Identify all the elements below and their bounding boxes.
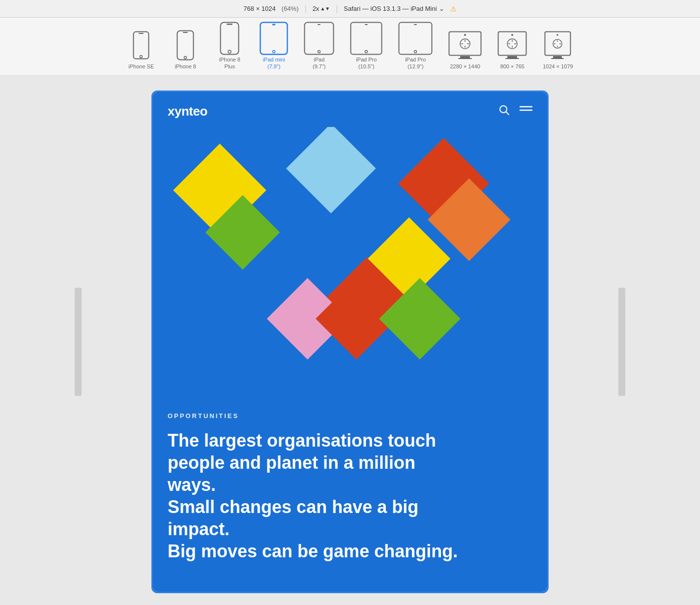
svg-rect-14 (318, 24, 321, 25)
iphone-8-icon (176, 30, 194, 60)
iphone-8-plus-icon (220, 24, 239, 53)
svg-rect-12 (305, 23, 334, 55)
viewport-percent: (64%) (282, 5, 299, 12)
svg-rect-9 (261, 23, 288, 55)
svg-rect-18 (399, 23, 432, 55)
svg-rect-3 (177, 31, 194, 60)
res-800-icon (497, 30, 527, 60)
svg-rect-0 (134, 32, 149, 59)
main-preview-area: xynteo (0, 76, 700, 605)
svg-rect-38 (505, 58, 519, 59)
ipad-border: xynteo (151, 91, 549, 593)
svg-rect-54 (286, 127, 376, 213)
svg-line-49 (506, 112, 509, 115)
svg-point-22 (464, 34, 466, 36)
svg-rect-6 (221, 23, 239, 55)
toolbar-divider2: | (336, 4, 338, 13)
res-800-label: 800 × 765 (500, 63, 525, 70)
heading-line2: people and planet in a million ways. (168, 453, 415, 495)
device-item-iphone-8-plus[interactable]: iPhone 8Plus (207, 24, 252, 70)
ipad-pro-12-icon (398, 24, 433, 53)
heading-line4: Big moves can be game changing. (168, 541, 458, 561)
svg-rect-1 (139, 33, 144, 34)
device-item-iphone-8[interactable]: iPhone 8 (163, 30, 207, 70)
device-item-ipad-mini[interactable]: iPad mini(7.9") (252, 24, 296, 70)
search-icon[interactable] (499, 105, 510, 118)
device-item-ipad[interactable]: iPad(9.7") (296, 24, 342, 70)
svg-rect-37 (507, 56, 517, 58)
zoom-arrows[interactable]: ▲▼ (320, 6, 330, 11)
scroll-handle-right[interactable] (618, 288, 625, 396)
svg-point-5 (184, 57, 187, 59)
svg-point-40 (557, 34, 559, 36)
main-heading: The largest organisations touch people a… (168, 429, 463, 562)
ipad-pro-10-label: iPad Pro(10.5") (356, 56, 377, 70)
header-icons (499, 105, 532, 118)
zoom-control[interactable]: 2x ▲▼ (313, 5, 330, 12)
svg-rect-20 (414, 24, 417, 25)
iphone-8-label: iPhone 8 (175, 63, 196, 70)
svg-rect-7 (227, 24, 233, 25)
svg-point-13 (318, 51, 321, 53)
site-text-block: OPPORTUNITIES The largest organisations … (153, 393, 547, 592)
svg-rect-17 (365, 24, 368, 25)
toolbar-divider: | (304, 4, 306, 13)
ipad-icon (304, 24, 334, 53)
res-1024-icon (544, 30, 571, 60)
menu-icon[interactable] (520, 106, 532, 117)
device-item-2280[interactable]: 2280 × 1440 (440, 30, 490, 70)
diamonds-svg (153, 127, 547, 393)
heading-line3: Small changes can have a big impact. (168, 497, 418, 539)
svg-rect-11 (272, 24, 275, 25)
res-2280-icon (448, 30, 482, 60)
ipad-pro-12-label: iPad Pro(12.9") (405, 56, 426, 70)
iphone-8-plus-label: iPhone 8Plus (219, 56, 240, 70)
svg-rect-46 (553, 56, 562, 58)
ipad-mini-icon (260, 24, 288, 53)
svg-rect-28 (460, 56, 470, 58)
svg-point-16 (365, 51, 368, 53)
res-2280-label: 2280 × 1440 (450, 63, 480, 70)
toolbar: 768 × 1024 (64%) | 2x ▲▼ | Safari — iOS … (0, 0, 700, 18)
device-item-ipad-pro-10[interactable]: iPad Pro(10.5") (342, 24, 390, 70)
svg-rect-47 (551, 58, 564, 59)
device-item-1024[interactable]: 1024 × 1079 (535, 30, 581, 70)
svg-point-8 (228, 50, 231, 53)
res-1024-label: 1024 × 1079 (543, 63, 573, 70)
site-content: xynteo (153, 92, 547, 592)
browser-selector[interactable]: Safari — iOS 13.1.3 — iPad Mini ⌄ (344, 5, 444, 12)
svg-point-10 (273, 51, 275, 53)
device-item-ipad-pro-12[interactable]: iPad Pro(12.9") (390, 24, 440, 70)
ipad-preview-frame: xynteo (151, 91, 549, 593)
device-selector-bar: iPhone SE iPhone 8 iPhone 8Plus (0, 18, 700, 76)
ipad-label: iPad(9.7") (313, 56, 326, 70)
iphone-se-icon (133, 30, 149, 60)
site-header: xynteo (153, 92, 547, 127)
svg-rect-15 (351, 23, 382, 55)
ipad-pro-10-icon (350, 24, 382, 53)
browser-label: Safari — iOS 13.1.3 — iPad Mini (344, 5, 437, 12)
svg-rect-29 (458, 58, 472, 59)
ipad-mini-label: iPad mini(7.9") (263, 56, 285, 70)
svg-rect-4 (183, 32, 188, 33)
site-logo: xynteo (168, 104, 207, 119)
svg-point-2 (140, 56, 143, 58)
iphone-se-label: iPhone SE (128, 63, 154, 70)
warning-icon: ⚠ (450, 5, 457, 13)
viewport-size: 768 × 1024 (243, 5, 275, 12)
diamonds-area (153, 127, 547, 393)
device-item-800[interactable]: 800 × 765 (490, 30, 535, 70)
heading-line1: The largest organisations touch (168, 430, 436, 451)
browser-chevron-icon[interactable]: ⌄ (439, 5, 444, 12)
svg-point-19 (414, 51, 417, 53)
scroll-handle-left[interactable] (75, 288, 82, 396)
svg-point-31 (511, 34, 513, 36)
zoom-value: 2x (313, 5, 320, 12)
device-item-iphone-se[interactable]: iPhone SE (119, 30, 163, 70)
section-label: OPPORTUNITIES (168, 412, 532, 420)
